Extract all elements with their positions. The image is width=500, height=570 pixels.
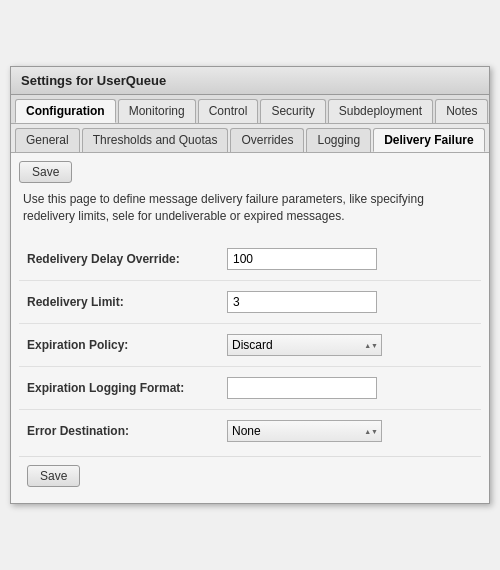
- error-destination-label: Error Destination:: [27, 424, 227, 438]
- tab-subdeployment[interactable]: Subdeployment: [328, 99, 433, 123]
- page-description: Use this page to define message delivery…: [19, 191, 481, 225]
- tab-configuration[interactable]: Configuration: [15, 99, 116, 123]
- settings-window: Settings for UserQueue Configuration Mon…: [10, 66, 490, 505]
- save-top-button[interactable]: Save: [19, 161, 72, 183]
- redelivery-limit-label: Redelivery Limit:: [27, 295, 227, 309]
- error-destination-row: Error Destination: None: [19, 409, 481, 452]
- save-bottom-container: Save: [19, 456, 481, 495]
- expiration-policy-select[interactable]: Discard Log Redirect: [227, 334, 382, 356]
- error-destination-select-wrapper: None: [227, 420, 382, 442]
- redelivery-limit-input[interactable]: [227, 291, 377, 313]
- redelivery-delay-label: Redelivery Delay Override:: [27, 252, 227, 266]
- sub-tab-logging[interactable]: Logging: [306, 128, 371, 152]
- main-content: Save Use this page to define message del…: [11, 153, 489, 504]
- sub-tab-thresholds[interactable]: Thresholds and Quotas: [82, 128, 229, 152]
- tab-security[interactable]: Security: [260, 99, 325, 123]
- expiration-logging-row: Expiration Logging Format:: [19, 366, 481, 409]
- save-bottom-button[interactable]: Save: [27, 465, 80, 487]
- expiration-logging-input[interactable]: [227, 377, 377, 399]
- sub-tab-overrides[interactable]: Overrides: [230, 128, 304, 152]
- tab-monitoring[interactable]: Monitoring: [118, 99, 196, 123]
- tab-control[interactable]: Control: [198, 99, 259, 123]
- save-top-container: Save: [19, 161, 481, 183]
- tab-notes[interactable]: Notes: [435, 99, 488, 123]
- window-title: Settings for UserQueue: [11, 67, 489, 95]
- expiration-logging-label: Expiration Logging Format:: [27, 381, 227, 395]
- expiration-policy-label: Expiration Policy:: [27, 338, 227, 352]
- redelivery-limit-row: Redelivery Limit:: [19, 280, 481, 323]
- sub-tab-bar: General Thresholds and Quotas Overrides …: [11, 124, 489, 153]
- expiration-policy-select-wrapper: Discard Log Redirect: [227, 334, 382, 356]
- redelivery-delay-input[interactable]: [227, 248, 377, 270]
- error-destination-select[interactable]: None: [227, 420, 382, 442]
- form-section: Redelivery Delay Override: Redelivery Li…: [19, 238, 481, 452]
- main-tab-bar: Configuration Monitoring Control Securit…: [11, 95, 489, 124]
- expiration-policy-row: Expiration Policy: Discard Log Redirect: [19, 323, 481, 366]
- sub-tab-general[interactable]: General: [15, 128, 80, 152]
- redelivery-delay-row: Redelivery Delay Override:: [19, 238, 481, 280]
- sub-tab-delivery-failure[interactable]: Delivery Failure: [373, 128, 484, 152]
